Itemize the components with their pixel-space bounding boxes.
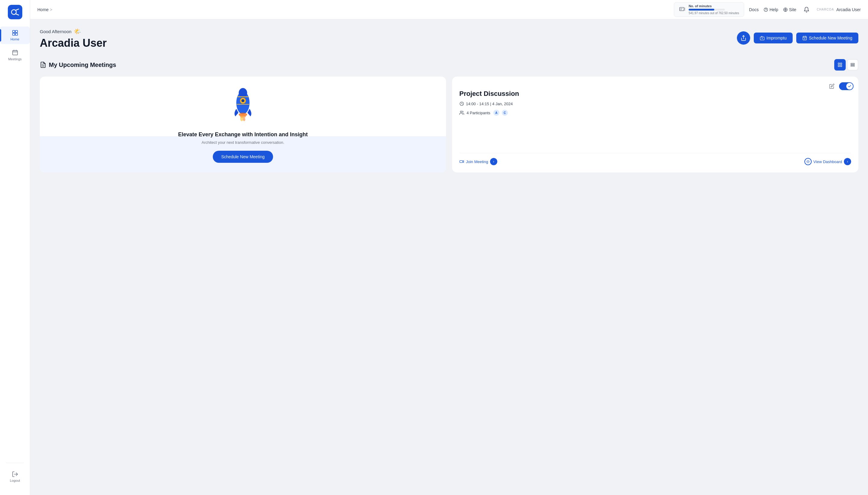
meeting-participants: 4 Participants A C	[459, 109, 851, 116]
svg-point-21	[762, 38, 763, 39]
edit-meeting-button[interactable]	[827, 81, 837, 91]
svg-rect-22	[803, 36, 806, 40]
svg-point-18	[766, 11, 766, 11]
minutes-label: No. of minutes	[689, 4, 739, 8]
section-title: My Upcoming Meetings	[40, 62, 116, 68]
sidebar-logout-label: Logout	[10, 479, 20, 482]
svg-point-38	[239, 88, 247, 98]
site-label: Site	[789, 7, 796, 12]
meeting-time-text: 14:00 - 14:15 | 4 Jan, 2024	[466, 102, 513, 106]
svg-rect-5	[12, 33, 15, 35]
user-info: CHARCOA Arcadia User	[817, 7, 861, 12]
svg-line-2	[16, 14, 19, 15]
svg-rect-20	[760, 37, 764, 40]
share-button[interactable]	[737, 31, 750, 45]
notifications-button[interactable]	[801, 4, 812, 15]
greeting-row: Good Afternoon 🌤️	[40, 28, 107, 35]
view-dashboard-button[interactable]: View Dashboard ›	[804, 158, 851, 165]
meeting-toggle-button[interactable]	[839, 82, 853, 90]
dashboard-circle	[804, 158, 812, 165]
schedule-header-button[interactable]: Schedule New Meeting	[796, 33, 858, 44]
svg-rect-32	[838, 65, 840, 67]
svg-rect-31	[840, 63, 842, 65]
svg-rect-34	[851, 63, 854, 64]
topbar-actions: Docs Help Site CHARCOA Arcadia User	[749, 4, 861, 15]
empty-card-sub: Architect your next transformative conve…	[202, 140, 284, 145]
meeting-card-actions	[827, 81, 853, 91]
meeting-actions: Join Meeting › View Dashboard ›	[459, 153, 851, 165]
avatar-a: A	[493, 109, 500, 116]
minutes-bar	[689, 9, 714, 11]
section-title-text: My Upcoming Meetings	[49, 62, 116, 68]
svg-rect-12	[680, 7, 684, 11]
minutes-icon	[679, 6, 685, 14]
help-link[interactable]: Help	[763, 7, 778, 12]
svg-rect-30	[838, 63, 840, 65]
participant-avatars: A C	[493, 109, 508, 116]
sidebar: Home Meetings Logout	[0, 0, 30, 495]
greeting-icon: 🌤️	[74, 28, 81, 35]
meeting-title: Project Discussion	[459, 90, 851, 98]
cards-grid: Elevate Every Exchange with Intention an…	[40, 76, 858, 172]
empty-state-card: Elevate Every Exchange with Intention an…	[40, 76, 446, 172]
dashboard-label: View Dashboard	[813, 159, 842, 164]
join-label: Join Meeting	[466, 159, 488, 164]
greeting-text: Good Afternoon	[40, 29, 71, 34]
schedule-empty-button[interactable]: Schedule New Meeting	[213, 151, 273, 163]
svg-point-46	[243, 118, 245, 121]
sidebar-bottom: Logout	[0, 463, 30, 490]
minutes-bar-container	[689, 9, 725, 11]
svg-point-45	[240, 116, 243, 121]
svg-point-17	[764, 8, 768, 12]
sidebar-divider	[6, 463, 24, 463]
avatar-c: C	[501, 109, 508, 116]
dashboard-arrow-circle: ›	[844, 158, 851, 165]
user-brand: CHARCOA	[817, 8, 834, 11]
help-label: Help	[769, 7, 778, 12]
breadcrumb: Home >	[37, 7, 52, 12]
content-area: Good Afternoon 🌤️ Arcadia User Impromptu…	[30, 19, 868, 495]
user-name: Arcadia User	[836, 7, 861, 12]
schedule-header-label: Schedule New Meeting	[809, 36, 852, 40]
page-title: Arcadia User	[40, 37, 107, 49]
sidebar-home-label: Home	[11, 37, 19, 41]
site-link[interactable]: Site	[783, 7, 796, 12]
section-header: My Upcoming Meetings	[40, 59, 858, 70]
sidebar-nav: Home Meetings	[0, 27, 30, 463]
svg-rect-7	[12, 51, 17, 55]
svg-rect-49	[459, 161, 463, 163]
topbar: Home > No. of minutes 541.97 minutes ou	[30, 0, 868, 19]
sidebar-item-logout[interactable]: Logout	[0, 468, 30, 485]
impromptu-label: Impromptu	[766, 36, 787, 40]
list-view-button[interactable]	[847, 59, 858, 70]
svg-rect-4	[15, 31, 17, 33]
svg-line-1	[16, 9, 19, 10]
docs-link[interactable]: Docs	[749, 7, 759, 12]
empty-card-title: Elevate Every Exchange with Intention an…	[178, 132, 308, 138]
sidebar-item-home[interactable]: Home	[0, 27, 30, 44]
app-logo[interactable]	[8, 5, 22, 19]
main-area: Home > No. of minutes 541.97 minutes ou	[30, 0, 868, 495]
svg-point-48	[460, 111, 462, 113]
svg-rect-36	[851, 66, 854, 67]
meeting-meta: 14:00 - 14:15 | 4 Jan, 2024 4 Participan…	[459, 101, 851, 147]
svg-rect-6	[15, 33, 17, 35]
breadcrumb-home[interactable]: Home	[37, 7, 49, 12]
join-meeting-button[interactable]: Join Meeting ›	[459, 158, 497, 165]
svg-rect-33	[840, 65, 842, 67]
participants-count: 4 Participants	[467, 110, 490, 115]
svg-rect-3	[12, 31, 15, 33]
meeting-time: 14:00 - 14:15 | 4 Jan, 2024	[459, 101, 851, 106]
meeting-card: Project Discussion 14:00 - 14:15 | 4 Jan…	[452, 76, 858, 172]
svg-rect-35	[851, 65, 854, 65]
breadcrumb-arrow: >	[50, 7, 52, 12]
join-circle: ›	[490, 158, 497, 165]
grid-view-button[interactable]	[834, 59, 846, 70]
sidebar-meetings-label: Meetings	[8, 57, 22, 61]
impromptu-button[interactable]: Impromptu	[754, 33, 793, 44]
sidebar-item-meetings[interactable]: Meetings	[0, 47, 30, 64]
svg-point-40	[241, 99, 244, 102]
minutes-sub: 541.97 minutes out of 762.50 minutes	[689, 12, 739, 15]
minutes-info: No. of minutes 541.97 minutes out of 762…	[689, 4, 739, 15]
rocket-container	[225, 86, 261, 126]
